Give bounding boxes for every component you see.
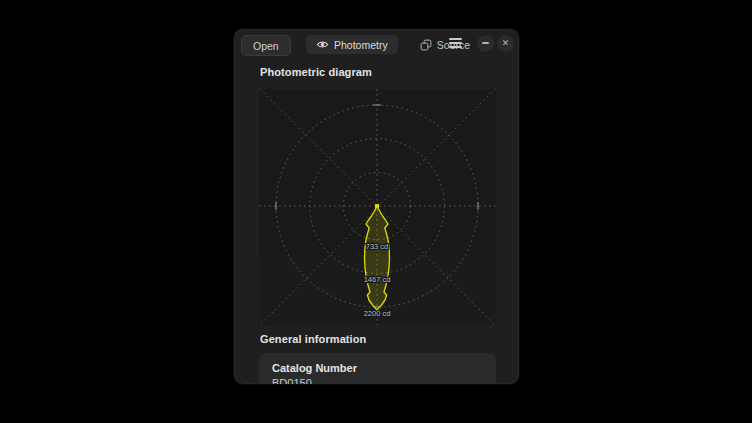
open-button[interactable]: Open — [241, 35, 291, 56]
catalog-number-label: Catalog Number — [272, 362, 483, 374]
eye-icon — [316, 38, 329, 51]
photometric-polar-chart: 733 cd1467 cd2200 cd — [259, 89, 496, 325]
close-button[interactable]: ✕ — [497, 35, 514, 52]
catalog-number-card: Catalog Number BD0150 — [259, 353, 496, 385]
tab-photometry[interactable]: Photometry — [306, 35, 398, 54]
hamburger-menu-icon[interactable] — [443, 34, 467, 52]
ring-value-label: 1467 cd — [364, 275, 391, 284]
ring-value-label: 733 cd — [366, 242, 389, 251]
minimize-icon — [482, 42, 489, 44]
tab-photometry-label: Photometry — [334, 39, 388, 51]
photometric-diagram-title: Photometric diagram — [260, 66, 372, 78]
source-icon — [420, 39, 432, 51]
window-controls: ✕ — [443, 34, 514, 52]
minimize-button[interactable] — [477, 35, 494, 52]
general-information-title: General information — [260, 333, 366, 345]
beam-curve — [365, 206, 390, 311]
beam-center-marker — [375, 204, 379, 208]
photometric-diagram-panel: 733 cd1467 cd2200 cd — [259, 89, 496, 325]
catalog-number-value: BD0150 — [272, 377, 483, 385]
close-icon: ✕ — [502, 39, 510, 48]
ring-value-label: 2200 cd — [364, 309, 391, 318]
photometry-app-window: Open Photometry Source ✕ — [233, 28, 520, 385]
open-button-label: Open — [253, 40, 279, 52]
